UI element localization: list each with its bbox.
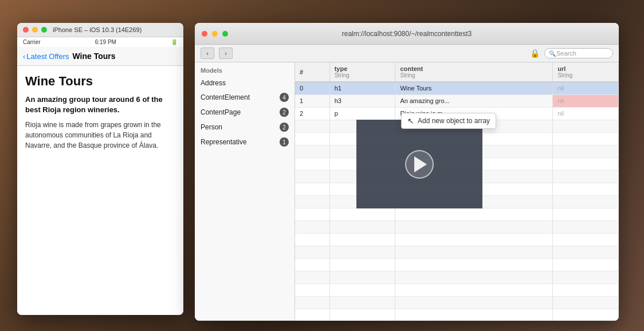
- realm-sidebar: Models Address ContentElement 4 ContentP…: [195, 62, 295, 321]
- table-row-empty: [295, 283, 619, 296]
- search-field[interactable]: 🔍 Search: [544, 48, 613, 58]
- realm-main-area: Models Address ContentElement 4 ContentP…: [195, 62, 619, 321]
- search-placeholder: Search: [556, 50, 576, 57]
- table-row-empty: [295, 208, 619, 220]
- sidebar-badge-representative: 1: [280, 137, 289, 147]
- realm-maximize-icon[interactable]: [222, 31, 228, 37]
- cell-url: nil: [553, 107, 619, 120]
- nav-title: Wine Tours: [73, 52, 116, 61]
- cell-url: nil: [553, 82, 619, 94]
- table-row-empty: [295, 246, 619, 258]
- sidebar-item-label: Address: [201, 79, 226, 87]
- col-header-index: #: [295, 62, 329, 82]
- sidebar-item-contentpage[interactable]: ContentPage 2: [195, 105, 294, 120]
- cell-index: 1: [295, 94, 329, 107]
- back-label: Latest Offers: [26, 52, 69, 61]
- page-subtitle: An amazing group tour around 6 of the be…: [25, 94, 175, 115]
- video-thumbnail[interactable]: [356, 120, 482, 208]
- table-row-empty: [295, 309, 619, 321]
- page-title: Wine Tours: [25, 74, 175, 89]
- col-header-content: content String: [395, 62, 553, 82]
- carrier-label: Carrier: [23, 39, 41, 45]
- iphone-status-bar: Carrier 6:19 PM 🔋: [17, 37, 183, 47]
- minimize-icon[interactable]: [32, 27, 38, 33]
- iphone-content-area: Wine Tours An amazing group tour around …: [17, 66, 183, 315]
- play-button[interactable]: [405, 150, 434, 179]
- col-header-type: type String: [329, 62, 395, 82]
- iphone-nav-bar: ‹ Latest Offers Wine Tours: [17, 47, 183, 66]
- realm-title-text: realm://localhost:9080/~/realmcontenttes…: [342, 30, 472, 38]
- forward-nav-button[interactable]: ›: [219, 48, 233, 59]
- sidebar-badge-contentelement: 4: [280, 93, 289, 102]
- table-row-empty: [295, 296, 619, 309]
- col-header-url: url String: [553, 62, 619, 82]
- table-header-row: # type String content String url String: [295, 62, 619, 82]
- realm-browser-window: realm://localhost:9080/~/realmcontenttes…: [195, 23, 619, 321]
- back-button[interactable]: ‹ Latest Offers: [23, 52, 69, 61]
- table-row-empty: [295, 233, 619, 246]
- sidebar-item-label: Representative: [201, 138, 247, 146]
- sidebar-item-person[interactable]: Person 2: [195, 120, 294, 135]
- table-row[interactable]: 1 h3 An amazing gro... nil: [295, 94, 619, 107]
- time-display: 6:19 PM: [95, 39, 116, 45]
- back-nav-button[interactable]: ‹: [201, 48, 214, 59]
- cell-content: An amazing gro...: [395, 94, 553, 107]
- battery-icon: 🔋: [171, 39, 178, 45]
- cell-content: Wine Tours: [395, 82, 553, 94]
- cell-url: nil: [553, 94, 619, 107]
- sidebar-item-address[interactable]: Address: [195, 76, 294, 90]
- sidebar-item-label: Person: [201, 123, 222, 131]
- sidebar-item-label: ContentPage: [201, 108, 241, 116]
- table-row-empty: [295, 220, 619, 233]
- cell-type: h1: [329, 82, 395, 94]
- cell-type: p: [329, 107, 395, 120]
- chevron-left-icon: ‹: [23, 52, 25, 61]
- cell-index: 2: [295, 107, 329, 120]
- realm-table-area: # type String content String url String: [295, 62, 619, 321]
- sidebar-item-representative[interactable]: Representative 1: [195, 135, 294, 149]
- iphone-titlebar: iPhone SE – iOS 10.3 (14E269): [17, 23, 183, 37]
- add-object-tooltip[interactable]: ↖ Add new object to array: [401, 113, 496, 129]
- iphone-simulator-window: iPhone SE – iOS 10.3 (14E269) Carrier 6:…: [17, 23, 183, 315]
- lock-icon: 🔒: [530, 49, 540, 58]
- search-icon: 🔍: [549, 50, 556, 57]
- sidebar-badge-person: 2: [280, 123, 289, 132]
- close-icon[interactable]: [23, 27, 29, 33]
- page-body-text: Rioja wine is made from grapes grown in …: [25, 120, 175, 151]
- sidebar-item-label: ContentElement: [201, 93, 250, 101]
- table-row[interactable]: 0 h1 Wine Tours nil: [295, 82, 619, 94]
- maximize-icon[interactable]: [41, 27, 47, 33]
- realm-toolbar: ‹ › 🔒 🔍 Search: [195, 45, 619, 62]
- cell-index: 0: [295, 82, 329, 94]
- tooltip-text: Add new object to array: [418, 117, 490, 125]
- sidebar-badge-contentpage: 2: [280, 108, 289, 117]
- realm-minimize-icon[interactable]: [212, 31, 218, 37]
- table-row-empty: [295, 258, 619, 271]
- realm-titlebar: realm://localhost:9080/~/realmcontenttes…: [195, 23, 619, 45]
- sidebar-item-contentelement[interactable]: ContentElement 4: [195, 90, 294, 105]
- sidebar-header: Models: [195, 62, 294, 76]
- realm-close-icon[interactable]: [202, 31, 207, 37]
- iphone-title-text: iPhone SE – iOS 10.3 (14E269): [53, 26, 142, 33]
- table-row-empty: [295, 271, 619, 283]
- play-icon: [414, 156, 427, 172]
- cell-type: h3: [329, 94, 395, 107]
- cursor-icon: ↖: [407, 116, 414, 125]
